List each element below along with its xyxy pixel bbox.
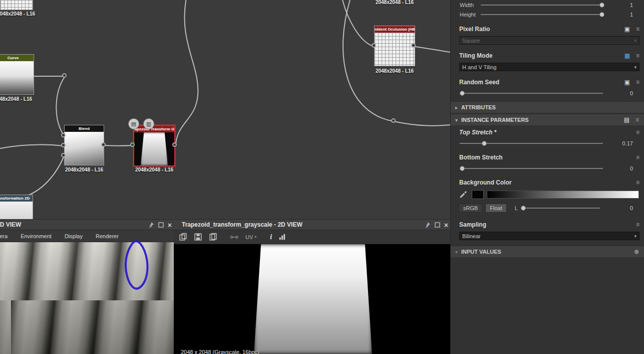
top-stretch-slider[interactable]	[460, 140, 603, 147]
node-thumbnail	[375, 33, 415, 66]
width-label: Width	[460, 2, 481, 8]
node-curve[interactable]: Curve	[0, 54, 34, 95]
node-thumbnail	[0, 61, 34, 94]
section-instance-parameters[interactable]: ▾ INSTANCE PARAMETERS ▤ ≡	[451, 114, 644, 125]
node-transformation-2d[interactable]: Transformation 2D	[0, 195, 33, 219]
blend-input-dot[interactable]	[61, 133, 66, 137]
node-size-label: 2048x2048 - L16	[64, 167, 104, 172]
expose-parameter-icon[interactable]: ▣	[624, 26, 630, 33]
trapezoid-input-dot[interactable]	[130, 142, 135, 147]
width-value[interactable]: 1	[610, 2, 633, 8]
node-thumbnail	[134, 132, 174, 165]
chevron-down-icon: ▾	[254, 235, 256, 239]
maximize-icon[interactable]	[435, 222, 440, 228]
maximize-icon[interactable]	[158, 222, 164, 228]
srgb-button[interactable]: sRGB	[459, 204, 482, 213]
connector-dot[interactable]	[62, 73, 67, 78]
luminance-slider[interactable]	[521, 205, 600, 212]
export-image-icon[interactable]	[179, 233, 187, 241]
width-slider[interactable]	[481, 2, 603, 9]
blend-input-dot[interactable]	[61, 143, 66, 147]
random-seed-value[interactable]: 0	[610, 90, 633, 96]
height-slider[interactable]	[481, 11, 603, 18]
document-icon: ▤	[131, 121, 136, 127]
parameter-menu-icon[interactable]: ≡	[636, 221, 639, 228]
node-thumbnail	[65, 132, 104, 165]
connector-dot[interactable]	[391, 118, 396, 123]
properties-panel: Width 1 Height 1 Pixel Ratio ▣ ≡ Square …	[450, 0, 644, 354]
tiling-icon[interactable]: ▦	[624, 52, 630, 59]
trapezoid-output-dot[interactable]	[172, 142, 177, 147]
menu-environment[interactable]: Environment	[21, 233, 52, 239]
ao-output-dot[interactable]	[411, 43, 416, 48]
save-icon[interactable]	[194, 233, 202, 241]
trapezoid-grayscale-image	[254, 244, 372, 354]
pixel-ratio-dropdown[interactable]: Square ▾	[459, 36, 639, 45]
chevron-down-icon: ▾	[634, 38, 636, 43]
node-ambient-occlusion[interactable]: Ambient Occlusion (HB...	[374, 26, 415, 66]
document-icon[interactable]: ▤	[624, 116, 629, 123]
3d-view-title-bar[interactable]: 3D VIEW ×	[0, 220, 174, 230]
add-input-value-icon[interactable]: ⊕	[634, 248, 639, 255]
parameter-menu-icon[interactable]: ≡	[636, 52, 639, 59]
node-trapezoid-transform[interactable]: Trapezoid Transform G...	[133, 125, 175, 166]
node-thumbnail	[1, 0, 33, 10]
pin-icon[interactable]	[148, 222, 154, 228]
parameter-menu-icon[interactable]: ≡	[636, 79, 639, 86]
blend-input-dot[interactable]	[61, 153, 66, 157]
parameter-menu-icon[interactable]: ≡	[635, 116, 639, 123]
info-icon[interactable]: i	[270, 233, 272, 241]
node-title: Curve	[0, 55, 34, 61]
node-size-label: 2048x2048 - L16	[0, 11, 40, 17]
eyedropper-icon[interactable]	[459, 190, 468, 199]
parameter-menu-icon[interactable]: ≡	[636, 26, 639, 33]
color-swatch[interactable]	[472, 190, 484, 199]
node-graph-canvas[interactable]: 2048x2048 - L16 2048x2048 - L16 Curve 20…	[0, 0, 450, 219]
parameter-menu-icon[interactable]: ≡	[636, 179, 639, 186]
parameter-menu-icon[interactable]: ≡	[636, 154, 639, 161]
random-seed-slider[interactable]	[460, 90, 603, 97]
tiling-mode-label: Tiling Mode	[459, 52, 492, 59]
section-input-values[interactable]: ▾ INPUT VALUES ⊕	[451, 246, 644, 257]
image-info-status: 2048 x 2048 (Grayscale, 16bpc)	[181, 349, 259, 354]
2d-view-toolbar: UV ▾ i	[174, 230, 450, 244]
node-blend[interactable]: Blend	[64, 125, 104, 165]
section-attributes[interactable]: ▸ ATTRIBUTES	[451, 101, 644, 113]
luminance-channel-label: L	[515, 205, 518, 211]
menu-camera[interactable]: Camera	[0, 233, 8, 239]
parameter-menu-icon[interactable]: ≡	[636, 129, 639, 136]
top-stretch-row: 0.17	[451, 138, 644, 148]
uv-mode-dropdown[interactable]: UV ▾	[245, 234, 256, 240]
copy-icon[interactable]	[209, 233, 217, 241]
sampling-label: Sampling	[459, 221, 486, 228]
link-graph-icon[interactable]	[230, 233, 239, 241]
node-partial-corner[interactable]	[0, 0, 33, 10]
top-stretch-label: Top Stretch *	[459, 129, 496, 136]
blend-output-dot[interactable]	[101, 142, 106, 147]
2d-image-viewport[interactable]: 2048 x 2048 (Grayscale, 16bpc)	[174, 244, 450, 354]
color-mode-row: sRGB Float L 0	[459, 203, 639, 213]
node-quick-action-button-1[interactable]: ▤	[128, 118, 139, 129]
histogram-icon[interactable]	[278, 233, 286, 241]
3d-render-viewport[interactable]	[0, 242, 174, 354]
menu-renderer[interactable]: Renderer	[96, 233, 119, 239]
ao-input-dot[interactable]	[372, 43, 376, 48]
tiling-mode-dropdown[interactable]: H and V Tiling ▾	[459, 63, 639, 71]
close-icon[interactable]: ×	[444, 222, 448, 229]
node-quick-action-button-2[interactable]: ▥	[143, 118, 154, 129]
pin-icon[interactable]	[424, 222, 431, 228]
bottom-stretch-slider[interactable]	[460, 165, 603, 172]
height-value[interactable]: 1	[610, 12, 633, 18]
menu-display[interactable]: Display	[65, 233, 83, 239]
grayscale-gradient-bar[interactable]	[487, 191, 639, 199]
bottom-stretch-value[interactable]: 0	[610, 165, 633, 171]
2d-view-title-bar[interactable]: Trapezoid_transform_grayscale - 2D VIEW …	[174, 220, 450, 230]
bottom-stretch-label: Bottom Stretch	[459, 154, 503, 161]
luminance-value[interactable]: 0	[610, 205, 633, 211]
top-stretch-value[interactable]: 0.17	[610, 140, 633, 146]
close-icon[interactable]: ×	[168, 222, 172, 229]
float-button[interactable]: Float	[485, 204, 506, 213]
3d-view-panel: 3D VIEW × Camera Environment Display Ren…	[0, 219, 174, 354]
expose-parameter-icon[interactable]: ▣	[624, 79, 630, 86]
sampling-dropdown[interactable]: Bilinear ▾	[459, 232, 639, 240]
